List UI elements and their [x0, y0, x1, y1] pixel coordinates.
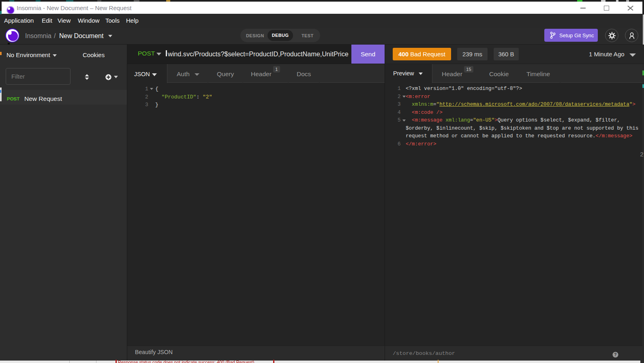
svg-text:?: ?	[614, 352, 616, 357]
